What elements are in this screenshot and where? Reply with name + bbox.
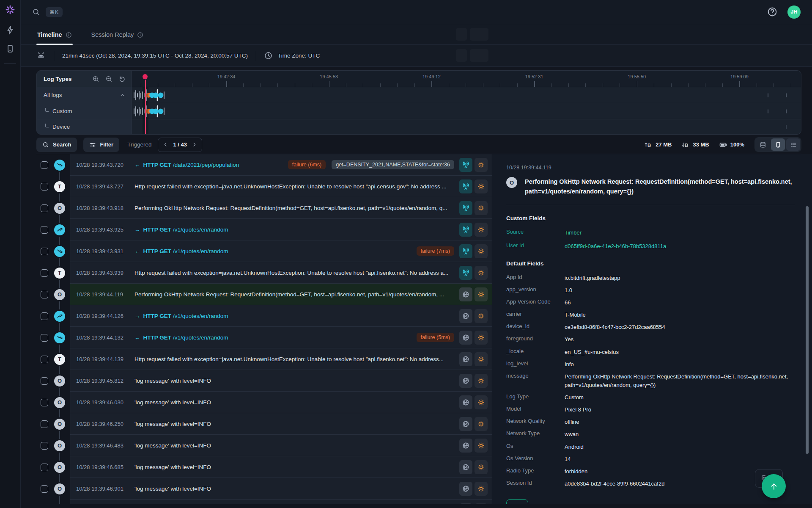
brightness-button[interactable]: [475, 374, 488, 388]
log-row[interactable]: O10/28 19:39:46.030'log message' with le…: [36, 392, 492, 413]
device-phone-icon[interactable]: [5, 44, 15, 53]
brightness-button[interactable]: [475, 417, 488, 431]
playhead-handle[interactable]: [143, 74, 148, 79]
brightness-button[interactable]: [475, 439, 488, 453]
brightness-button[interactable]: [475, 395, 488, 409]
log-row[interactable]: O10/28 19:39:46.685'log message' with le…: [36, 456, 492, 478]
log-row-checkbox[interactable]: [41, 399, 48, 406]
brightness-button[interactable]: [475, 460, 488, 474]
brightness-button[interactable]: [475, 352, 488, 366]
network-cellular-button[interactable]: [459, 201, 472, 215]
filter-button[interactable]: Filter: [83, 138, 119, 152]
brightness-button[interactable]: [475, 287, 488, 301]
search-icon[interactable]: [32, 8, 40, 16]
scroll-to-top-button[interactable]: [762, 474, 786, 498]
network-offline-button[interactable]: [459, 331, 472, 345]
log-row[interactable]: O10/28 19:39:43.918Performing OkHttp Net…: [36, 197, 492, 219]
network-cellular-button[interactable]: [459, 266, 472, 280]
log-row-body: 10/28 19:39:43.931←HTTP GET/v1/quotes/en…: [70, 240, 492, 262]
brightness-button[interactable]: [475, 223, 488, 237]
brightness-button[interactable]: [475, 309, 488, 323]
log-row[interactable]: 10/28 19:39:43.925→HTTP GET/v1/quotes/en…: [36, 219, 492, 240]
brightness-button[interactable]: [475, 331, 488, 345]
help-icon[interactable]: [767, 7, 777, 17]
timeline-track-all-logs[interactable]: [132, 87, 801, 103]
network-offline-button[interactable]: [459, 482, 472, 496]
log-row[interactable]: T10/28 19:39:44.139Http request failed w…: [36, 348, 492, 370]
timeline-row-label-all-logs[interactable]: All logs: [37, 87, 132, 103]
reset-zoom-icon[interactable]: [118, 75, 126, 83]
log-row-checkbox[interactable]: [41, 356, 48, 363]
search-shortcut-badge[interactable]: ⌘K: [46, 7, 63, 17]
chevron-right-icon[interactable]: [191, 141, 198, 148]
log-row[interactable]: O10/28 19:39:44.119Performing OkHttp Net…: [36, 284, 492, 305]
zoom-out-icon[interactable]: [105, 75, 112, 83]
log-row[interactable]: T10/28 19:39:43.939Http request failed w…: [36, 262, 492, 284]
log-row-checkbox[interactable]: [41, 442, 48, 450]
network-offline-button[interactable]: [459, 460, 472, 474]
view-database-button[interactable]: [756, 138, 770, 151]
timeline-track-custom[interactable]: [132, 103, 801, 119]
log-row[interactable]: O10/28 19:39:46.250'log message' with le…: [36, 413, 492, 435]
network-offline-button[interactable]: [459, 287, 472, 301]
log-row[interactable]: T10/28 19:39:43.727Http request failed w…: [36, 176, 492, 197]
lightning-icon[interactable]: [5, 25, 15, 35]
network-cellular-button[interactable]: [459, 223, 472, 237]
log-row[interactable]: O10/28 19:39:46.901'log message' with le…: [36, 478, 492, 500]
panel-scrollbar[interactable]: [806, 206, 809, 454]
log-row-checkbox[interactable]: [41, 334, 48, 342]
log-row-checkbox[interactable]: [41, 248, 48, 255]
avatar[interactable]: JH: [787, 6, 801, 19]
log-row[interactable]: 10/28 19:39:43.720←HTTP GET/data/2021/pe…: [36, 154, 492, 176]
network-offline-button[interactable]: [459, 309, 472, 323]
timeline-track-device[interactable]: [132, 119, 801, 134]
log-row-checkbox[interactable]: [41, 226, 48, 234]
log-row-checkbox[interactable]: [41, 464, 48, 471]
log-row-checkbox[interactable]: [41, 312, 48, 320]
tab-timeline[interactable]: Timeline: [36, 31, 73, 44]
brightness-button[interactable]: [475, 158, 488, 172]
network-cellular-button[interactable]: [459, 244, 472, 258]
tab-session-replay[interactable]: Session Replay: [91, 31, 145, 44]
log-row[interactable]: 10/28 19:39:44.132←HTTP GET/v1/quotes/en…: [36, 327, 492, 348]
brightness-button[interactable]: [475, 482, 488, 496]
network-offline-button[interactable]: [459, 439, 472, 453]
log-row-checkbox[interactable]: [41, 485, 48, 493]
log-row-checkbox[interactable]: [41, 420, 48, 428]
brightness-button[interactable]: [475, 266, 488, 280]
chevron-left-icon[interactable]: [162, 141, 169, 148]
network-offline-button[interactable]: [459, 374, 472, 388]
log-row-checkbox[interactable]: [41, 377, 48, 385]
brightness-button[interactable]: [475, 201, 488, 215]
network-offline-button[interactable]: [459, 503, 472, 505]
log-row-checkbox[interactable]: [41, 204, 48, 212]
network-offline-button[interactable]: [459, 395, 472, 409]
log-row[interactable]: O10/28 19:39:47.0'log message' with leve…: [36, 500, 492, 504]
log-row[interactable]: 10/28 19:39:43.931←HTTP GET/v1/quotes/en…: [36, 240, 492, 262]
brightness-button[interactable]: [475, 503, 488, 505]
chevron-up-icon[interactable]: [119, 92, 126, 98]
log-row-checkbox[interactable]: [41, 269, 48, 277]
network-offline-button[interactable]: [459, 352, 472, 366]
log-row-body: 10/28 19:39:43.918Performing OkHttp Netw…: [70, 197, 492, 219]
network-cellular-button[interactable]: [459, 158, 472, 172]
zoom-in-icon[interactable]: [92, 75, 99, 83]
brightness-button[interactable]: [475, 179, 488, 193]
network-cellular-button[interactable]: [459, 179, 472, 193]
timeline-row-label-custom[interactable]: Custom: [37, 103, 132, 119]
timeline-ruler[interactable]: 19:42:3419:45:5319:49:1219:52:3119:55:50…: [132, 71, 801, 87]
log-row-checkbox[interactable]: [41, 161, 48, 169]
view-list-button[interactable]: [786, 138, 800, 151]
network-offline-button[interactable]: [459, 417, 472, 431]
copy-fields-button[interactable]: [506, 499, 528, 504]
log-row[interactable]: O10/28 19:39:46.483'log message' with le…: [36, 435, 492, 456]
view-device-button[interactable]: [771, 138, 785, 151]
log-row[interactable]: O10/28 19:39:45.812'log message' with le…: [36, 370, 492, 392]
log-row-checkbox[interactable]: [41, 183, 48, 190]
brightness-button[interactable]: [475, 244, 488, 258]
search-button[interactable]: Search: [36, 138, 77, 152]
timeline-row-label-device[interactable]: Device: [37, 119, 132, 134]
http-direction-arrow: ←: [134, 248, 140, 254]
log-row-checkbox[interactable]: [41, 291, 48, 298]
log-row[interactable]: 10/28 19:39:44.126→HTTP GET/v1/quotes/en…: [36, 305, 492, 327]
